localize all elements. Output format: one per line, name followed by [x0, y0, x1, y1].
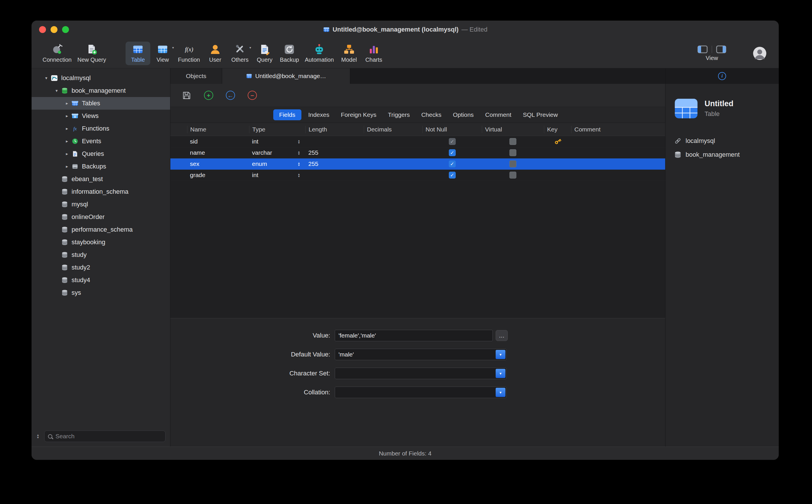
field-virtual-cell[interactable]	[482, 158, 544, 169]
field-row-name[interactable]: namevarchar▴▾255✓	[170, 147, 665, 158]
field-virtual-cell[interactable]	[482, 147, 544, 158]
sidebar-item-onlineorder[interactable]: onlineOrder	[32, 211, 170, 223]
field-decimals-cell[interactable]	[364, 136, 422, 147]
field-comment-cell[interactable]	[571, 158, 665, 169]
minimize-button[interactable]	[51, 26, 57, 33]
info-icon[interactable]: i	[718, 72, 726, 80]
field-comment-cell[interactable]	[571, 170, 665, 181]
tab-sql-preview[interactable]: SQL Preview	[518, 109, 562, 120]
field-type-cell[interactable]: int▴▾	[249, 136, 306, 147]
dropdown-arrow-icon[interactable]: ▾	[496, 388, 505, 397]
sidebar-item-study[interactable]: study	[32, 249, 170, 261]
field-notnull-cell[interactable]: ✓	[422, 147, 482, 158]
field-type-cell[interactable]: enum▴▾	[249, 158, 306, 169]
toolbar-item-function[interactable]: f(x)Function	[175, 42, 203, 65]
virtual-checkbox[interactable]	[509, 172, 516, 179]
type-stepper[interactable]: ▴▾	[298, 162, 300, 166]
virtual-checkbox[interactable]	[509, 138, 516, 145]
field-comment-cell[interactable]	[571, 147, 665, 158]
notnull-checkbox[interactable]: ✓	[449, 138, 456, 145]
field-name-cell[interactable]: sid	[187, 136, 249, 147]
tab-objects[interactable]: Objects	[170, 68, 222, 84]
chevron-right-icon[interactable]: ▸	[63, 139, 71, 144]
zoom-button[interactable]	[62, 26, 69, 33]
toolbar-item-user[interactable]: User	[203, 42, 228, 65]
field-decimals-cell[interactable]	[364, 147, 422, 158]
toggle-right-panel-button[interactable]	[716, 45, 726, 53]
sidebar-item-performance-schema[interactable]: performance_schema	[32, 223, 170, 236]
sidebar-item-events[interactable]: ▸Events	[32, 135, 170, 148]
close-button[interactable]	[39, 26, 46, 33]
sidebar-item-study4[interactable]: study4	[32, 274, 170, 286]
virtual-checkbox[interactable]	[509, 149, 516, 156]
save-button[interactable]	[182, 91, 191, 100]
sidebar-item-localmysql[interactable]: ▾localmysql	[32, 72, 170, 84]
sidebar-item-backups[interactable]: ▸Backups	[32, 160, 170, 173]
field-notnull-cell[interactable]: ✓	[422, 170, 482, 181]
toolbar-item-new-query[interactable]: New Query	[74, 42, 109, 65]
field-length-cell[interactable]	[306, 170, 364, 181]
add-field-button[interactable]: +	[204, 91, 213, 100]
field-notnull-cell[interactable]: ✓	[422, 136, 482, 147]
field-notnull-cell[interactable]: ✓	[422, 158, 482, 169]
field-row-sid[interactable]: sidint▴▾✓	[170, 136, 665, 147]
chevron-right-icon[interactable]: ▸	[63, 164, 71, 169]
type-stepper[interactable]: ▴▾	[298, 173, 300, 177]
field-decimals-cell[interactable]	[364, 158, 422, 169]
field-name-cell[interactable]: name	[187, 147, 249, 158]
sidebar-item-sys[interactable]: sys	[32, 286, 170, 299]
dropdown-arrow-icon[interactable]: ▾	[496, 350, 505, 359]
type-stepper[interactable]: ▴▾	[298, 150, 300, 155]
field-comment-cell[interactable]	[571, 136, 665, 147]
sidebar-item-queries[interactable]: ▸Queries	[32, 148, 170, 160]
field-type-cell[interactable]: int▴▾	[249, 170, 306, 181]
field-row-sex[interactable]: sexenum▴▾255✓	[170, 158, 665, 170]
field-virtual-cell[interactable]	[482, 136, 544, 147]
sidebar-item-tables[interactable]: ▸Tables	[32, 97, 170, 110]
notnull-checkbox[interactable]: ✓	[449, 149, 456, 156]
toolbar-item-query[interactable]: Query	[252, 42, 277, 65]
tab-checks[interactable]: Checks	[417, 109, 446, 120]
sidebar-item-functions[interactable]: ▸fxFunctions	[32, 122, 170, 135]
field-key-cell[interactable]	[544, 170, 571, 181]
toolbar-item-connection[interactable]: Connection	[40, 42, 74, 65]
toolbar-item-others[interactable]: ▾Others	[228, 42, 252, 65]
toolbar-item-table[interactable]: Table	[125, 42, 150, 65]
collation-select[interactable]: ▾	[335, 387, 506, 398]
field-key-cell[interactable]	[544, 158, 571, 169]
field-decimals-cell[interactable]	[364, 170, 422, 181]
sidebar-item-book-management[interactable]: ▾book_management	[32, 84, 170, 97]
value-input[interactable]: 'female','male'	[335, 330, 493, 341]
field-length-cell[interactable]	[306, 136, 364, 147]
tab-indexes[interactable]: Indexes	[304, 109, 334, 120]
sidebar-item-views[interactable]: ▸Views	[32, 110, 170, 122]
chevron-down-icon[interactable]: ▾	[52, 88, 61, 93]
tab-fields[interactable]: Fields	[273, 109, 301, 120]
field-key-cell[interactable]	[544, 147, 571, 158]
insert-field-button[interactable]: ←	[226, 91, 235, 100]
chevron-right-icon[interactable]: ▸	[63, 151, 71, 156]
dropdown-arrow-icon[interactable]: ▾	[496, 369, 505, 378]
character-set-select[interactable]: ▾	[335, 368, 506, 379]
toolbar-item-automation[interactable]: Automation	[302, 42, 337, 65]
field-key-cell[interactable]	[544, 136, 571, 147]
field-row-grade[interactable]: gradeint▴▾✓	[170, 170, 665, 181]
user-avatar-button[interactable]	[753, 46, 767, 60]
field-virtual-cell[interactable]	[482, 170, 544, 181]
value-ellipsis-button[interactable]: …	[496, 330, 508, 341]
delete-field-button[interactable]: −	[248, 91, 257, 100]
search-box[interactable]	[44, 431, 165, 442]
default-value-select[interactable]: 'male' ▾	[335, 349, 506, 360]
sidebar-item-ebean-test[interactable]: ebean_test	[32, 173, 170, 185]
chevron-down-icon[interactable]: ▾	[42, 75, 51, 81]
toolbar-item-backup[interactable]: Backup	[277, 42, 302, 65]
toolbar-item-model[interactable]: Model	[337, 42, 362, 65]
tab-table-designer[interactable]: Untitled@book_manage…	[222, 68, 350, 84]
chevron-right-icon[interactable]: ▸	[63, 101, 71, 106]
field-name-cell[interactable]: grade	[187, 170, 249, 181]
sidebar-item-mysql[interactable]: mysql	[32, 198, 170, 211]
virtual-checkbox[interactable]	[509, 160, 516, 167]
sidebar-item-information-schema[interactable]: information_schema	[32, 185, 170, 198]
field-length-cell[interactable]: 255	[306, 158, 364, 169]
chevron-right-icon[interactable]: ▸	[63, 113, 71, 119]
